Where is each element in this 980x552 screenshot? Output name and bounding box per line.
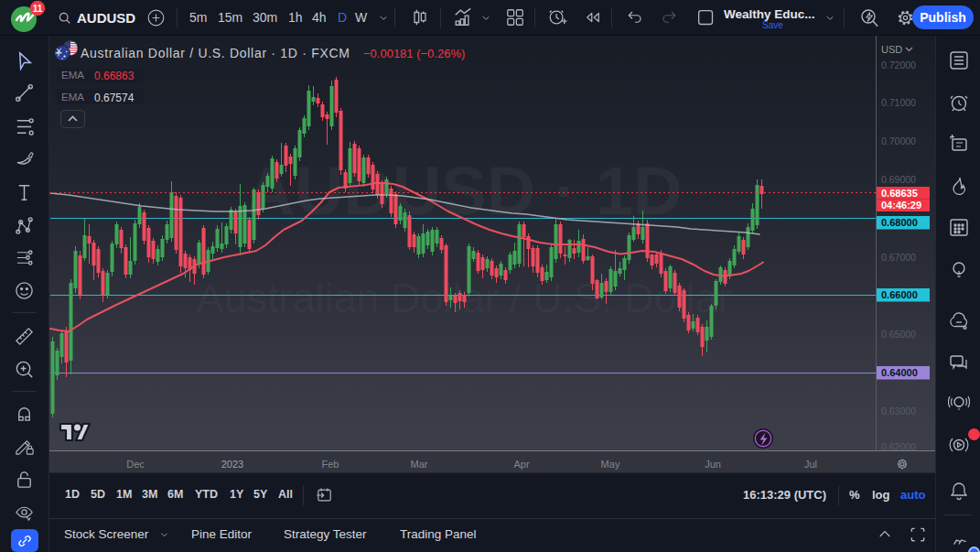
svg-text:Jul: Jul bbox=[804, 459, 817, 470]
svg-text:Dec: Dec bbox=[126, 459, 145, 470]
svg-text:0.64000: 0.64000 bbox=[881, 367, 918, 378]
svg-text:May: May bbox=[601, 459, 620, 470]
svg-text:AUDUSD · 1D: AUDUSD · 1D bbox=[246, 153, 683, 229]
svg-text:0.72000: 0.72000 bbox=[881, 60, 916, 70]
svg-text:0.66000: 0.66000 bbox=[881, 289, 918, 300]
svg-text:2023: 2023 bbox=[221, 459, 243, 470]
svg-text:Australian Dollar / U.S. Dolla: Australian Dollar / U.S. Dollar · 1D · F… bbox=[81, 46, 350, 60]
svg-text:11: 11 bbox=[33, 4, 43, 14]
svg-text:0.67574: 0.67574 bbox=[94, 92, 135, 104]
svg-text:0.66863: 0.66863 bbox=[94, 70, 135, 82]
svg-text:EMA: EMA bbox=[61, 92, 84, 103]
svg-text:0.68635: 0.68635 bbox=[881, 188, 918, 199]
svg-text:04:46:29: 04:46:29 bbox=[881, 200, 921, 211]
svg-text:Feb: Feb bbox=[322, 459, 339, 470]
svg-text:0.71000: 0.71000 bbox=[881, 97, 916, 108]
svg-text:0.69000: 0.69000 bbox=[881, 174, 916, 185]
svg-text:0.65000: 0.65000 bbox=[881, 329, 916, 340]
svg-text:−0.00181 (−0.26%): −0.00181 (−0.26%) bbox=[363, 47, 465, 60]
svg-text:USD: USD bbox=[881, 44, 902, 55]
svg-text:0.67000: 0.67000 bbox=[881, 252, 916, 263]
svg-text:Jun: Jun bbox=[705, 459, 721, 470]
svg-text:0.70000: 0.70000 bbox=[881, 135, 916, 146]
svg-text:0.68000: 0.68000 bbox=[881, 217, 918, 228]
svg-text:0.63000: 0.63000 bbox=[881, 406, 916, 417]
svg-text:EMA: EMA bbox=[61, 70, 84, 81]
svg-text:Mar: Mar bbox=[411, 459, 428, 470]
svg-text:Apr: Apr bbox=[513, 459, 529, 470]
